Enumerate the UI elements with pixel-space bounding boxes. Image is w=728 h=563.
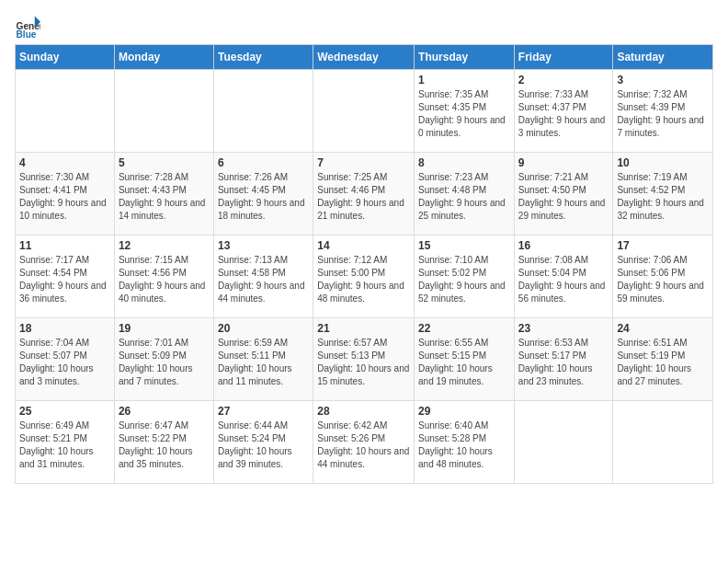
calendar-cell: 24Sunrise: 6:51 AM Sunset: 5:19 PM Dayli…: [613, 318, 713, 401]
day-number: 13: [218, 239, 309, 252]
calendar-cell: 1Sunrise: 7:35 AM Sunset: 4:35 PM Daylig…: [415, 70, 515, 153]
logo: General Blue: [15, 15, 44, 40]
calendar-cell: [514, 401, 613, 484]
calendar-cell: 21Sunrise: 6:57 AM Sunset: 5:13 PM Dayli…: [313, 318, 415, 401]
day-info: Sunrise: 7:04 AM Sunset: 5:07 PM Dayligh…: [19, 337, 110, 388]
calendar-cell: 16Sunrise: 7:08 AM Sunset: 5:04 PM Dayli…: [514, 236, 613, 318]
day-info: Sunrise: 6:49 AM Sunset: 5:21 PM Dayligh…: [19, 419, 110, 471]
day-number: 26: [119, 405, 210, 418]
day-info: Sunrise: 6:47 AM Sunset: 5:22 PM Dayligh…: [119, 419, 210, 471]
day-number: 6: [218, 156, 309, 169]
day-header-monday: Monday: [114, 45, 213, 70]
calendar-cell: 3Sunrise: 7:32 AM Sunset: 4:39 PM Daylig…: [613, 70, 713, 153]
day-info: Sunrise: 7:15 AM Sunset: 4:56 PM Dayligh…: [119, 254, 210, 305]
day-number: 4: [19, 156, 110, 169]
calendar-cell: 6Sunrise: 7:26 AM Sunset: 4:45 PM Daylig…: [213, 153, 313, 236]
day-info: Sunrise: 6:51 AM Sunset: 5:19 PM Dayligh…: [617, 337, 709, 388]
calendar-cell: 19Sunrise: 7:01 AM Sunset: 5:09 PM Dayli…: [114, 318, 213, 401]
day-number: 24: [617, 322, 709, 335]
week-row-5: 25Sunrise: 6:49 AM Sunset: 5:21 PM Dayli…: [16, 401, 713, 484]
day-number: 8: [418, 156, 510, 169]
calendar-cell: [213, 70, 313, 153]
day-number: 3: [617, 74, 709, 86]
day-info: Sunrise: 7:17 AM Sunset: 4:54 PM Dayligh…: [19, 254, 110, 305]
calendar-cell: 8Sunrise: 7:23 AM Sunset: 4:48 PM Daylig…: [415, 153, 515, 236]
day-info: Sunrise: 7:25 AM Sunset: 4:46 PM Dayligh…: [317, 171, 410, 223]
day-info: Sunrise: 7:21 AM Sunset: 4:50 PM Dayligh…: [518, 171, 609, 223]
day-info: Sunrise: 7:35 AM Sunset: 4:35 PM Dayligh…: [418, 88, 510, 140]
calendar-cell: 29Sunrise: 6:40 AM Sunset: 5:28 PM Dayli…: [415, 401, 515, 484]
calendar-cell: 18Sunrise: 7:04 AM Sunset: 5:07 PM Dayli…: [16, 318, 115, 401]
day-number: 27: [218, 405, 309, 418]
calendar-cell: 2Sunrise: 7:33 AM Sunset: 4:37 PM Daylig…: [514, 70, 613, 153]
day-header-wednesday: Wednesday: [313, 45, 415, 70]
calendar-cell: [114, 70, 213, 153]
day-number: 19: [119, 322, 210, 335]
calendar-cell: 11Sunrise: 7:17 AM Sunset: 4:54 PM Dayli…: [16, 236, 115, 318]
day-info: Sunrise: 7:06 AM Sunset: 5:06 PM Dayligh…: [617, 254, 709, 305]
week-row-4: 18Sunrise: 7:04 AM Sunset: 5:07 PM Dayli…: [16, 318, 713, 401]
day-header-thursday: Thursday: [415, 45, 515, 70]
calendar-cell: [313, 70, 415, 153]
day-number: 23: [518, 322, 609, 335]
day-info: Sunrise: 7:28 AM Sunset: 4:43 PM Dayligh…: [119, 171, 210, 223]
calendar-cell: 25Sunrise: 6:49 AM Sunset: 5:21 PM Dayli…: [16, 401, 115, 484]
day-number: 22: [418, 322, 510, 335]
day-number: 28: [317, 405, 410, 418]
calendar-cell: 15Sunrise: 7:10 AM Sunset: 5:02 PM Dayli…: [415, 236, 515, 318]
calendar-cell: [16, 70, 115, 153]
day-number: 20: [218, 322, 309, 335]
day-header-friday: Friday: [514, 45, 613, 70]
day-info: Sunrise: 7:19 AM Sunset: 4:52 PM Dayligh…: [617, 171, 709, 223]
day-info: Sunrise: 7:23 AM Sunset: 4:48 PM Dayligh…: [418, 171, 510, 223]
day-info: Sunrise: 6:44 AM Sunset: 5:24 PM Dayligh…: [218, 419, 309, 471]
day-header-saturday: Saturday: [613, 45, 713, 70]
day-info: Sunrise: 6:42 AM Sunset: 5:26 PM Dayligh…: [317, 419, 410, 471]
day-info: Sunrise: 6:57 AM Sunset: 5:13 PM Dayligh…: [317, 337, 410, 388]
day-number: 29: [418, 405, 510, 418]
day-header-sunday: Sunday: [16, 45, 115, 70]
day-info: Sunrise: 7:13 AM Sunset: 4:58 PM Dayligh…: [218, 254, 309, 305]
calendar-table: SundayMondayTuesdayWednesdayThursdayFrid…: [15, 44, 713, 484]
calendar-cell: 13Sunrise: 7:13 AM Sunset: 4:58 PM Dayli…: [213, 236, 313, 318]
calendar-cell: 17Sunrise: 7:06 AM Sunset: 5:06 PM Dayli…: [613, 236, 713, 318]
day-number: 16: [518, 239, 609, 252]
day-number: 11: [19, 239, 110, 252]
day-number: 25: [19, 405, 110, 418]
calendar-cell: 5Sunrise: 7:28 AM Sunset: 4:43 PM Daylig…: [114, 153, 213, 236]
day-info: Sunrise: 7:33 AM Sunset: 4:37 PM Dayligh…: [518, 88, 609, 140]
day-info: Sunrise: 7:01 AM Sunset: 5:09 PM Dayligh…: [119, 337, 210, 388]
calendar-cell: 4Sunrise: 7:30 AM Sunset: 4:41 PM Daylig…: [16, 153, 115, 236]
day-number: 18: [19, 322, 110, 335]
day-info: Sunrise: 6:53 AM Sunset: 5:17 PM Dayligh…: [518, 337, 609, 388]
day-number: 7: [317, 156, 410, 169]
calendar-cell: 27Sunrise: 6:44 AM Sunset: 5:24 PM Dayli…: [213, 401, 313, 484]
logo-icon: General Blue: [15, 15, 40, 40]
day-info: Sunrise: 7:32 AM Sunset: 4:39 PM Dayligh…: [617, 88, 709, 140]
calendar-cell: 14Sunrise: 7:12 AM Sunset: 5:00 PM Dayli…: [313, 236, 415, 318]
calendar-cell: 10Sunrise: 7:19 AM Sunset: 4:52 PM Dayli…: [613, 153, 713, 236]
calendar-cell: 20Sunrise: 6:59 AM Sunset: 5:11 PM Dayli…: [213, 318, 313, 401]
svg-text:Blue: Blue: [17, 29, 37, 40]
day-header-tuesday: Tuesday: [213, 45, 313, 70]
calendar-cell: 26Sunrise: 6:47 AM Sunset: 5:22 PM Dayli…: [114, 401, 213, 484]
calendar-cell: 7Sunrise: 7:25 AM Sunset: 4:46 PM Daylig…: [313, 153, 415, 236]
calendar-cell: 12Sunrise: 7:15 AM Sunset: 4:56 PM Dayli…: [114, 236, 213, 318]
page-header: General Blue: [15, 15, 713, 40]
week-row-3: 11Sunrise: 7:17 AM Sunset: 4:54 PM Dayli…: [16, 236, 713, 318]
calendar-cell: 23Sunrise: 6:53 AM Sunset: 5:17 PM Dayli…: [514, 318, 613, 401]
day-number: 1: [418, 74, 510, 86]
calendar-cell: 28Sunrise: 6:42 AM Sunset: 5:26 PM Dayli…: [313, 401, 415, 484]
day-number: 5: [119, 156, 210, 169]
day-info: Sunrise: 7:08 AM Sunset: 5:04 PM Dayligh…: [518, 254, 609, 305]
day-info: Sunrise: 7:12 AM Sunset: 5:00 PM Dayligh…: [317, 254, 410, 305]
day-number: 2: [518, 74, 609, 86]
day-info: Sunrise: 6:40 AM Sunset: 5:28 PM Dayligh…: [418, 419, 510, 471]
day-info: Sunrise: 7:30 AM Sunset: 4:41 PM Dayligh…: [19, 171, 110, 223]
week-row-2: 4Sunrise: 7:30 AM Sunset: 4:41 PM Daylig…: [16, 153, 713, 236]
day-number: 12: [119, 239, 210, 252]
day-info: Sunrise: 7:10 AM Sunset: 5:02 PM Dayligh…: [418, 254, 510, 305]
day-number: 15: [418, 239, 510, 252]
day-number: 10: [617, 156, 709, 169]
calendar-cell: 9Sunrise: 7:21 AM Sunset: 4:50 PM Daylig…: [514, 153, 613, 236]
